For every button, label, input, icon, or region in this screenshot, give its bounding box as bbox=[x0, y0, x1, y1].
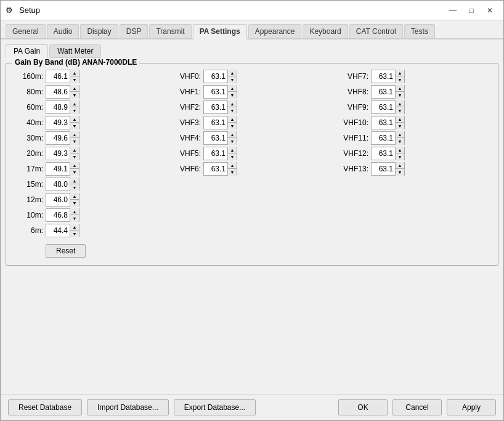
tab-transmit[interactable]: Transmit bbox=[149, 24, 191, 38]
spinbox-12m-down[interactable]: ▼ bbox=[70, 200, 79, 206]
spinbox-20m-down[interactable]: ▼ bbox=[70, 153, 79, 160]
spinbox-vhf7-up[interactable]: ▲ bbox=[396, 70, 404, 76]
spinbox-vhf8-up[interactable]: ▲ bbox=[396, 85, 404, 92]
spinbox-17m-up[interactable]: ▲ bbox=[70, 162, 79, 169]
spinbox-20m-up[interactable]: ▲ bbox=[70, 147, 79, 153]
spinbox-vhf4-down[interactable]: ▼ bbox=[228, 138, 237, 145]
spinbox-vhf6-input[interactable] bbox=[204, 163, 227, 175]
spinbox-15m-down[interactable]: ▼ bbox=[70, 184, 79, 191]
spinbox-80m-btns: ▲ ▼ bbox=[70, 85, 79, 99]
tab-general[interactable]: General bbox=[6, 24, 46, 38]
spinbox-vhf2-down[interactable]: ▼ bbox=[228, 107, 237, 114]
group-box-title: Gain By Band (dB) ANAN-7000DLE bbox=[12, 58, 139, 67]
spinbox-6m-input[interactable] bbox=[46, 224, 70, 237]
spinbox-vhf11-up[interactable]: ▲ bbox=[396, 131, 404, 138]
spinbox-vhf11-down[interactable]: ▼ bbox=[396, 138, 404, 145]
spinbox-vhf0-input[interactable] bbox=[204, 70, 227, 83]
spinbox-12m: ▲ ▼ bbox=[46, 193, 79, 206]
spinbox-12m-up[interactable]: ▲ bbox=[70, 193, 79, 200]
close-button[interactable]: ✕ bbox=[481, 4, 498, 17]
spinbox-vhf2-input[interactable] bbox=[204, 101, 227, 113]
spinbox-vhf9-input[interactable] bbox=[372, 101, 395, 113]
spinbox-10m-down[interactable]: ▼ bbox=[70, 215, 79, 222]
spinbox-30m-up[interactable]: ▲ bbox=[70, 131, 79, 138]
spinbox-vhf8-down[interactable]: ▼ bbox=[396, 92, 404, 99]
spinbox-30m-input[interactable] bbox=[46, 132, 70, 144]
spinbox-vhf11-input[interactable] bbox=[372, 132, 395, 144]
spinbox-40m-input[interactable] bbox=[46, 116, 70, 129]
spinbox-vhf0-down[interactable]: ▼ bbox=[228, 76, 237, 83]
maximize-button[interactable]: □ bbox=[463, 4, 480, 17]
import-database-button[interactable]: Import Database... bbox=[87, 399, 169, 415]
spinbox-vhf13-down[interactable]: ▼ bbox=[396, 169, 404, 176]
spinbox-80m-down[interactable]: ▼ bbox=[70, 92, 79, 99]
spinbox-60m-up[interactable]: ▲ bbox=[70, 100, 79, 107]
spinbox-vhf7-input[interactable] bbox=[372, 70, 395, 83]
spinbox-15m-input[interactable] bbox=[46, 178, 70, 190]
spinbox-6m-up[interactable]: ▲ bbox=[70, 224, 79, 231]
spinbox-vhf0-up[interactable]: ▲ bbox=[228, 70, 237, 76]
tab-display[interactable]: Display bbox=[80, 24, 118, 38]
subtab-pa-gain[interactable]: PA Gain bbox=[6, 44, 48, 58]
spinbox-160m-up[interactable]: ▲ bbox=[70, 70, 79, 76]
spinbox-vhf12-input[interactable] bbox=[372, 147, 395, 160]
spinbox-160m-input[interactable] bbox=[46, 70, 70, 83]
tab-audio[interactable]: Audio bbox=[47, 24, 79, 38]
spinbox-vhf13-up[interactable]: ▲ bbox=[396, 162, 404, 169]
tab-cat-control[interactable]: CAT Control bbox=[349, 24, 403, 38]
export-database-button[interactable]: Export Database... bbox=[174, 399, 256, 415]
spinbox-vhf1-input[interactable] bbox=[204, 86, 227, 98]
spinbox-40m-up[interactable]: ▲ bbox=[70, 116, 79, 123]
spinbox-17m-down[interactable]: ▼ bbox=[70, 169, 79, 176]
spinbox-vhf13-input[interactable] bbox=[372, 163, 395, 175]
spinbox-vhf6-down[interactable]: ▼ bbox=[228, 169, 237, 176]
tab-pa-settings[interactable]: PA Settings bbox=[193, 24, 247, 39]
apply-button[interactable]: Apply bbox=[447, 399, 496, 415]
spinbox-vhf9-down[interactable]: ▼ bbox=[396, 107, 404, 114]
spinbox-60m-down[interactable]: ▼ bbox=[70, 107, 79, 114]
spinbox-vhf1-down[interactable]: ▼ bbox=[228, 92, 237, 99]
spinbox-vhf3-down[interactable]: ▼ bbox=[228, 123, 237, 129]
spinbox-15m-up[interactable]: ▲ bbox=[70, 178, 79, 184]
spinbox-160m-down[interactable]: ▼ bbox=[70, 76, 79, 83]
spinbox-vhf12-up[interactable]: ▲ bbox=[396, 147, 404, 153]
spinbox-60m-input[interactable] bbox=[46, 101, 70, 113]
reset-button[interactable]: Reset bbox=[46, 244, 86, 258]
spinbox-80m-up[interactable]: ▲ bbox=[70, 85, 79, 92]
spinbox-vhf10-input[interactable] bbox=[372, 116, 395, 129]
spinbox-10m-up[interactable]: ▲ bbox=[70, 208, 79, 215]
minimize-button[interactable]: — bbox=[444, 4, 461, 17]
spinbox-6m-down[interactable]: ▼ bbox=[70, 231, 79, 237]
spinbox-40m-down[interactable]: ▼ bbox=[70, 123, 79, 129]
tab-tests[interactable]: Tests bbox=[404, 24, 435, 38]
spinbox-10m-input[interactable] bbox=[46, 209, 70, 221]
spinbox-vhf7-down[interactable]: ▼ bbox=[396, 76, 404, 83]
spinbox-vhf9-up[interactable]: ▲ bbox=[396, 100, 404, 107]
spinbox-vhf5-down[interactable]: ▼ bbox=[228, 153, 237, 160]
spinbox-vhf6-up[interactable]: ▲ bbox=[228, 162, 237, 169]
reset-database-button[interactable]: Reset Database bbox=[8, 399, 82, 415]
spinbox-20m-input[interactable] bbox=[46, 147, 70, 160]
spinbox-vhf5-up[interactable]: ▲ bbox=[228, 147, 237, 153]
ok-button[interactable]: OK bbox=[338, 399, 388, 415]
tab-appearance[interactable]: Appearance bbox=[248, 24, 302, 38]
spinbox-30m-down[interactable]: ▼ bbox=[70, 138, 79, 145]
spinbox-vhf10-up[interactable]: ▲ bbox=[396, 116, 404, 123]
tab-keyboard[interactable]: Keyboard bbox=[303, 24, 348, 38]
spinbox-17m-input[interactable] bbox=[46, 163, 70, 175]
spinbox-vhf4-up[interactable]: ▲ bbox=[228, 131, 237, 138]
subtab-watt-meter[interactable]: Watt Meter bbox=[49, 44, 101, 58]
spinbox-vhf3-up[interactable]: ▲ bbox=[228, 116, 237, 123]
spinbox-vhf5-input[interactable] bbox=[204, 147, 227, 160]
spinbox-vhf10-down[interactable]: ▼ bbox=[396, 123, 404, 129]
spinbox-80m-input[interactable] bbox=[46, 86, 70, 98]
spinbox-vhf4-input[interactable] bbox=[204, 132, 227, 144]
cancel-button[interactable]: Cancel bbox=[392, 399, 442, 415]
spinbox-vhf2-up[interactable]: ▲ bbox=[228, 100, 237, 107]
spinbox-12m-input[interactable] bbox=[46, 194, 70, 206]
spinbox-vhf12-down[interactable]: ▼ bbox=[396, 153, 404, 160]
spinbox-vhf3-input[interactable] bbox=[204, 116, 227, 129]
tab-dsp[interactable]: DSP bbox=[120, 24, 148, 38]
spinbox-vhf1-up[interactable]: ▲ bbox=[228, 85, 237, 92]
spinbox-vhf8-input[interactable] bbox=[372, 86, 395, 98]
